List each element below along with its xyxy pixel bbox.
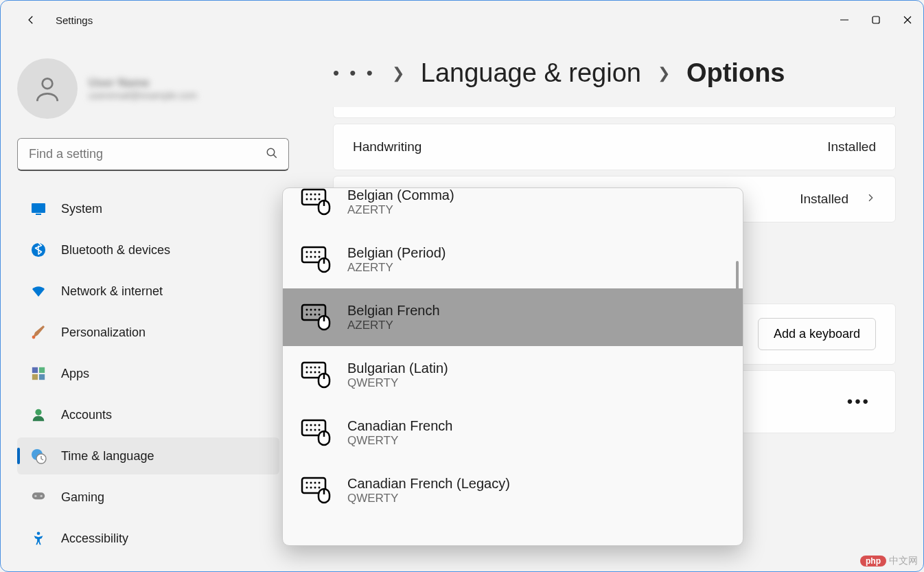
- svg-point-28: [41, 495, 43, 497]
- gamepad-icon: [30, 488, 47, 506]
- window-close[interactable]: [892, 6, 923, 34]
- keyboard-name: Canadian French (Legacy): [347, 476, 510, 492]
- sidebar-item-apps[interactable]: Apps: [17, 355, 279, 392]
- wifi-icon: [30, 282, 47, 300]
- svg-rect-21: [32, 374, 38, 380]
- svg-point-13: [43, 78, 53, 89]
- scrollbar-thumb[interactable]: [736, 261, 739, 308]
- sidebar-item-label: Accessibility: [61, 531, 128, 546]
- window-controls: [829, 6, 923, 34]
- keyboard-layout: QWERTY: [347, 434, 452, 448]
- keyboard-item[interactable]: Bulgarian (Latin) QWERTY: [287, 346, 739, 404]
- keyboard-layout: AZERTY: [347, 261, 446, 275]
- account-icon: [30, 406, 47, 424]
- svg-point-27: [34, 495, 36, 497]
- keyboard-item[interactable]: Canadian French QWERTY: [287, 404, 739, 461]
- svg-rect-12: [873, 16, 879, 23]
- keyboard-item[interactable]: Canadian French (Legacy) QWERTY: [287, 461, 739, 519]
- back-button[interactable]: [17, 6, 45, 34]
- nav: System Bluetooth & devices Network & int…: [17, 190, 294, 557]
- sidebar-item-accounts[interactable]: Accounts: [17, 396, 279, 433]
- user-info: User Name useremail@example.com: [89, 76, 197, 101]
- watermark-text: 中文网: [889, 555, 918, 567]
- keyboard-icon: [301, 474, 331, 507]
- sidebar-item-personalization[interactable]: Personalization: [17, 314, 279, 351]
- status-text: Installed: [827, 139, 876, 155]
- keyboard-name: Belgian (Comma): [347, 188, 454, 203]
- keyboard-name: Belgian (Period): [347, 245, 446, 261]
- sidebar-item-accessibility[interactable]: Accessibility: [17, 520, 279, 557]
- svg-point-18: [32, 336, 36, 339]
- svg-point-29: [37, 531, 41, 535]
- keyboard-item[interactable]: Belgian (Comma) AZERTY: [287, 188, 739, 231]
- breadcrumb-options: Options: [686, 58, 785, 88]
- sidebar-item-label: Gaming: [61, 490, 104, 505]
- breadcrumb-ellipsis[interactable]: • • •: [333, 62, 376, 84]
- search-input[interactable]: [17, 138, 289, 171]
- sidebar-item-time-language[interactable]: Time & language: [17, 437, 279, 474]
- brush-icon: [30, 323, 47, 341]
- avatar: [17, 58, 78, 119]
- keyboard-layout: QWERTY: [347, 376, 448, 390]
- bluetooth-icon: [30, 241, 47, 259]
- keyboard-name: Bulgarian (Latin): [347, 361, 448, 376]
- sidebar-item-bluetooth[interactable]: Bluetooth & devices: [17, 231, 279, 268]
- keyboard-list[interactable]: Belgian (Comma) AZERTY Belgian (Period) …: [283, 188, 743, 545]
- sidebar-item-network[interactable]: Network & internet: [17, 273, 279, 310]
- keyboard-name: Belgian French: [347, 303, 440, 319]
- keyboard-item-selected[interactable]: Belgian French AZERTY: [283, 288, 743, 346]
- sidebar: User Name useremail@example.com System: [1, 39, 294, 571]
- svg-rect-22: [39, 374, 45, 380]
- more-options-button[interactable]: •••: [847, 392, 870, 411]
- sidebar-item-label: Time & language: [61, 449, 154, 464]
- globe-clock-icon: [30, 447, 47, 465]
- sidebar-item-label: Accounts: [61, 408, 112, 422]
- keyboard-icon: [301, 301, 331, 334]
- keyboard-layout: AZERTY: [347, 203, 454, 217]
- keyboard-layout: AZERTY: [347, 319, 440, 332]
- user-name: User Name: [89, 76, 197, 90]
- breadcrumb-language-region[interactable]: Language & region: [421, 58, 641, 88]
- search-wrap: [17, 138, 289, 171]
- sidebar-item-label: Bluetooth & devices: [61, 243, 170, 258]
- app-title: Settings: [56, 14, 93, 26]
- chevron-right-icon: ❯: [658, 65, 670, 82]
- svg-point-23: [35, 409, 41, 415]
- monitor-icon: [30, 200, 47, 218]
- keyboard-layout: QWERTY: [347, 492, 510, 505]
- chevron-right-icon: [865, 192, 876, 207]
- watermark: php 中文网: [860, 555, 918, 567]
- sidebar-item-label: System: [61, 202, 102, 216]
- sidebar-item-gaming[interactable]: Gaming: [17, 479, 279, 516]
- keyboard-icon: [301, 243, 331, 276]
- sidebar-item-label: Network & internet: [61, 284, 163, 299]
- sidebar-item-system[interactable]: System: [17, 190, 279, 227]
- keyboard-icon: [301, 358, 331, 391]
- keyboard-item[interactable]: Belgian (Period) AZERTY: [287, 231, 739, 288]
- card-title: Handwriting: [353, 139, 421, 155]
- accessibility-icon: [30, 529, 47, 547]
- keyboard-icon: [301, 188, 331, 218]
- watermark-badge: php: [860, 556, 886, 567]
- card-handwriting[interactable]: Handwriting Installed: [333, 124, 896, 170]
- svg-rect-26: [32, 492, 45, 499]
- svg-rect-20: [39, 367, 45, 373]
- apps-icon: [30, 365, 47, 382]
- window-minimize[interactable]: [829, 6, 860, 34]
- user-email: useremail@example.com: [89, 90, 197, 101]
- title-bar: Settings: [1, 1, 923, 39]
- svg-rect-16: [36, 214, 41, 215]
- sidebar-item-label: Apps: [61, 367, 89, 381]
- window-maximize[interactable]: [860, 6, 892, 34]
- keyboard-picker-popup: Belgian (Comma) AZERTY Belgian (Period) …: [282, 187, 743, 546]
- svg-rect-15: [32, 203, 45, 213]
- keyboard-name: Canadian French: [347, 418, 452, 434]
- svg-rect-19: [32, 367, 38, 373]
- breadcrumb: • • • ❯ Language & region ❯ Options: [333, 58, 896, 88]
- status-text: Installed: [800, 192, 848, 207]
- sidebar-item-label: Personalization: [61, 325, 146, 340]
- keyboard-icon: [301, 416, 331, 449]
- add-keyboard-button[interactable]: Add a keyboard: [758, 318, 876, 350]
- card-stub-top: [333, 107, 896, 118]
- user-profile[interactable]: User Name useremail@example.com: [17, 50, 294, 138]
